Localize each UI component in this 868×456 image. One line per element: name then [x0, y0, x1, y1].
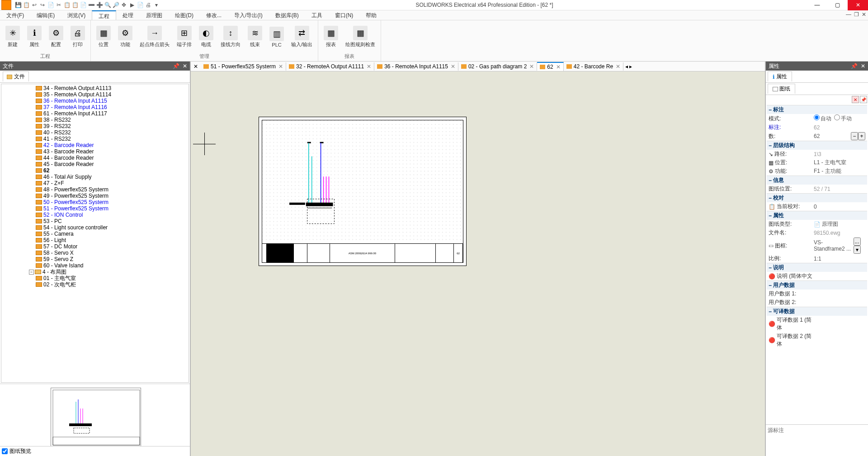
ribbon-button[interactable]: ⇄输入/输出 [288, 21, 315, 52]
tree-node[interactable]: 55 - Camera [2, 231, 188, 237]
ribbon-button[interactable]: ≋线束 [245, 21, 265, 52]
tree-node[interactable]: 47 - Z+F [2, 180, 188, 186]
radio-input[interactable] [814, 114, 820, 120]
tree-node[interactable]: 35 - RemoteA Output A1114 [2, 91, 188, 98]
tab-nav[interactable]: ◂ ▸ [623, 63, 634, 70]
tree-node[interactable]: 36 - RemoteA Input A1115 [2, 98, 188, 104]
radio-option[interactable]: 手动 [834, 114, 852, 123]
panel-pin-icon[interactable]: 📌 [173, 63, 179, 69]
browse-button[interactable]: ... [854, 238, 861, 246]
prop-row[interactable]: 📋当前校对:0 [767, 202, 867, 211]
ribbon-button[interactable]: ⚙配置 [46, 21, 66, 52]
tree-node[interactable]: 42 - Barcode Reader [2, 142, 188, 148]
ribbon-button[interactable]: ℹ属性 [24, 21, 44, 52]
prop-row[interactable]: 比例:1:1 [767, 254, 867, 263]
qat-button[interactable]: 💾 [14, 1, 22, 9]
panel-close-icon[interactable]: ✕ [861, 63, 865, 69]
ribbon-button[interactable]: ↕接线方向 [218, 21, 243, 52]
document-tab[interactable]: 02 - Gas path diagram 2✕ [458, 62, 537, 71]
tree-node[interactable]: 40 - RS232 [2, 129, 188, 136]
prop-row[interactable]: ⚙功能:F1 - 主功能 [767, 167, 867, 176]
qat-button[interactable]: 🔎 [112, 1, 119, 9]
prop-row[interactable]: 图纸类型:📄原理图 [767, 220, 867, 228]
prop-row[interactable]: 🔴可译数据 2 (简体 [767, 332, 867, 348]
file-tab[interactable]: 文件 [3, 71, 29, 81]
maximize-button[interactable]: ▢ [827, 0, 848, 10]
tree-node[interactable]: 49 - Powerflex525 Systerm [2, 193, 188, 199]
ribbon-button[interactable]: 🖨打印 [68, 21, 88, 52]
prop-row[interactable]: ▭图框:VS-Standframe2 ... ...▾ [767, 237, 867, 254]
tree-node[interactable]: 58 - Servo X [2, 250, 188, 256]
prop-row[interactable]: ↘路径:1\3 [767, 150, 867, 158]
tree-node[interactable]: 59 - Servo Z [2, 256, 188, 262]
file-tree[interactable]: 34 - RemoteA Output A111335 - RemoteA Ou… [1, 84, 189, 383]
prop-section-header[interactable]: −层级结构 [767, 141, 867, 150]
qat-button[interactable]: 📄 [80, 1, 87, 9]
prop-row[interactable]: 图纸位置:52 / 71 [767, 185, 867, 193]
qat-button[interactable]: ✥ [120, 1, 127, 9]
tree-node[interactable]: 39 - RS232 [2, 123, 188, 129]
prop-section-header[interactable]: −属性 [767, 211, 867, 220]
panel-close-icon[interactable]: ✕ [183, 63, 187, 69]
tab-close-icon[interactable]: ✕ [616, 63, 620, 70]
prop-section-header[interactable]: −用户数据 [767, 281, 867, 290]
qat-button[interactable]: 🖨 [145, 1, 152, 9]
qat-button[interactable]: ▶ [128, 1, 136, 9]
prop-row[interactable]: ▦位置:L1 - 主电气室 [767, 158, 867, 167]
properties-body[interactable]: −标注模式:自动手动标注:62数:62 −+−层级结构↘路径:1\3▦位置:L1… [766, 104, 868, 424]
qat-button[interactable]: 📄 [137, 1, 144, 9]
document-tab[interactable]: 62✕ [537, 62, 563, 71]
properties-tab[interactable]: ℹ 属性 [768, 71, 792, 81]
close-button[interactable]: ✕ [848, 0, 868, 10]
tree-node[interactable]: 46 - Total Air Supply [2, 174, 188, 180]
prop-section-header[interactable]: −校对 [767, 194, 867, 202]
tree-node[interactable]: 38 - RS232 [2, 117, 188, 123]
tree-node[interactable]: 60 - Valve Island [2, 262, 188, 269]
tree-node[interactable]: 53 - PC [2, 218, 188, 224]
tree-node[interactable]: 02 - 次电气柜 [2, 281, 188, 288]
document-tab[interactable]: 32 - RemoteA Output A1111✕ [286, 62, 374, 71]
tree-node[interactable]: 54 - Light source controller [2, 224, 188, 231]
prop-row[interactable]: 🔴说明 (简体中文 [767, 272, 867, 280]
menu-item[interactable]: 文件(F) [0, 10, 30, 20]
tree-node[interactable]: 45 - Barcode Reader [2, 161, 188, 167]
ribbon-button[interactable]: ▥PLC [267, 21, 287, 52]
ribbon-button[interactable]: ▦绘图规则检查 [343, 21, 378, 52]
mdi-minimize[interactable]: — [846, 11, 851, 18]
document-tab[interactable]: 42 - Barcode Re✕ [564, 62, 623, 71]
minimize-button[interactable]: — [807, 0, 827, 10]
menu-item[interactable]: 工具 [305, 10, 329, 20]
panel-pin-icon[interactable]: 📌 [851, 63, 858, 69]
tree-node[interactable]: 34 - RemoteA Output A1113 [2, 85, 188, 91]
ribbon-button[interactable]: ▦位置 [94, 21, 113, 52]
tree-node[interactable]: 37 - RemoteA Input A1116 [2, 104, 188, 110]
tab-close-icon[interactable]: ✕ [367, 63, 371, 70]
ribbon-button[interactable]: ⚙功能 [115, 21, 135, 52]
qat-button[interactable]: 📄 [47, 1, 54, 9]
prop-row[interactable]: 文件名:98150.ewg [767, 228, 867, 237]
qat-button[interactable]: ▾ [153, 1, 160, 9]
menu-item[interactable]: 原理图 [140, 10, 169, 20]
document-tab[interactable]: 36 - RemoteA Input A1115✕ [374, 62, 458, 71]
tree-node[interactable]: 01 - 主电气室 [2, 275, 188, 281]
qat-button[interactable]: 📋 [63, 1, 71, 9]
qat-button[interactable]: 📋 [71, 1, 79, 9]
dropdown-button[interactable]: ▾ [854, 246, 861, 254]
canvas[interactable]: ASM.20062614.999.00 62 [191, 71, 765, 456]
menu-item[interactable]: 窗口(N) [329, 10, 360, 20]
prop-row[interactable]: 用户数据 1: [767, 290, 867, 298]
tree-node[interactable]: 52 - ION Control [2, 212, 188, 218]
mdi-close[interactable]: ✕ [862, 11, 866, 18]
preview-checkbox[interactable] [2, 448, 8, 454]
tree-node[interactable]: 48 - Powerflex525 Systerm [2, 186, 188, 193]
delete-button[interactable]: ✕ [852, 96, 859, 103]
qat-button[interactable]: ➖ [88, 1, 95, 9]
prop-row[interactable]: 用户数据 2: [767, 298, 867, 307]
ribbon-button[interactable]: ✳新建 [3, 21, 23, 52]
qat-button[interactable]: ↩ [31, 1, 38, 9]
tree-node[interactable]: 41 - RS232 [2, 136, 188, 142]
tree-node[interactable]: 57 - DC Motor [2, 243, 188, 250]
radio-input[interactable] [834, 114, 840, 120]
tab-close-all[interactable]: ✕ [191, 63, 201, 70]
prop-row[interactable]: 🔴可译数据 1 (简体 [767, 316, 867, 332]
